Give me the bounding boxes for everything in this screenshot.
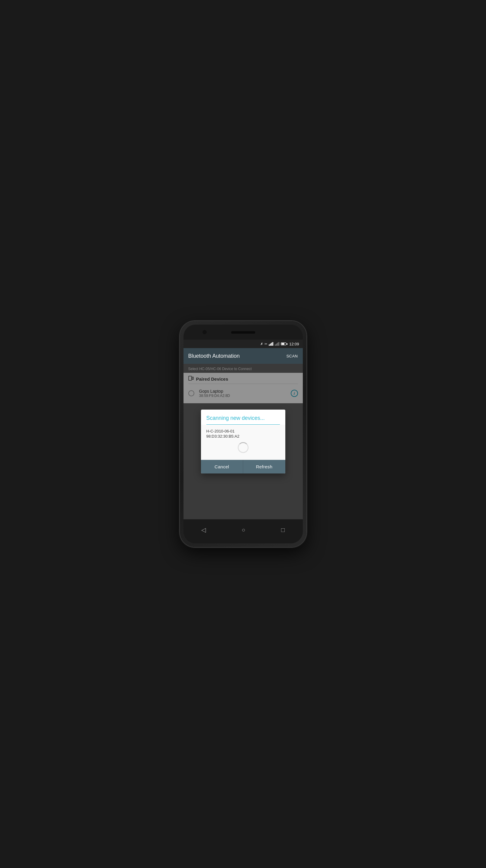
battery-icon (281, 342, 287, 345)
dialog-buttons: Cancel Refresh (201, 460, 285, 473)
home-button[interactable]: ○ (239, 524, 248, 536)
overlay: Scanning new devices... H-C-2010-06-01 9… (184, 364, 303, 519)
alarm-icon: ✂ (264, 342, 267, 346)
recent-button[interactable]: □ (278, 524, 288, 536)
app-title: Bluetooth Automation (188, 353, 240, 359)
cancel-button[interactable]: Cancel (201, 460, 244, 473)
status-icons: ✗ ✂ (260, 342, 287, 346)
dialog-device-mac: 98:D3:32:30:B5:A2 (206, 434, 280, 438)
screen: ✗ ✂ (184, 340, 303, 519)
signal-icon (269, 342, 273, 346)
app-bar: Bluetooth Automation SCAN (184, 348, 303, 364)
dialog-title: Scanning new devices... (201, 410, 285, 424)
back-button[interactable]: ◁ (198, 523, 209, 536)
status-bar: ✗ ✂ (184, 340, 303, 348)
scan-button[interactable]: SCAN (286, 354, 298, 358)
status-time: 12:09 (289, 342, 299, 346)
refresh-button[interactable]: Refresh (243, 460, 285, 473)
front-camera (202, 330, 207, 334)
speaker (231, 331, 255, 334)
dialog-device-name: H-C-2010-06-01 (206, 429, 280, 433)
scan-dialog: Scanning new devices... H-C-2010-06-01 9… (201, 410, 285, 473)
phone-inner: ✗ ✂ (184, 324, 303, 544)
spinner-container (206, 442, 280, 453)
bluetooth-icon: ✗ (260, 342, 263, 346)
nav-bar: ◁ ○ □ (184, 519, 303, 544)
dialog-content: H-C-2010-06-01 98:D3:32:30:B5:A2 (201, 425, 285, 460)
signal2-icon (275, 342, 279, 346)
loading-spinner (238, 442, 249, 453)
content-area: Select HC-05/HC-06 Device to Connect Pai… (184, 364, 303, 519)
phone-device: ✗ ✂ (180, 321, 306, 547)
